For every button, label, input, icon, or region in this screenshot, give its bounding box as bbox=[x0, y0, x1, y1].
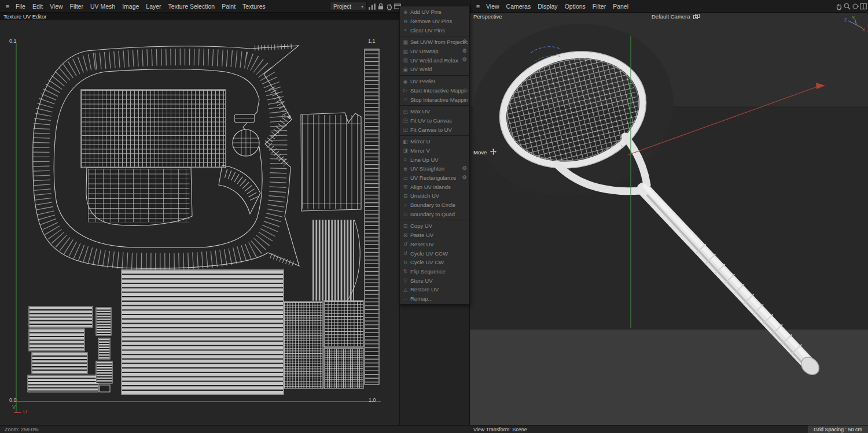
menu-item-label: Boundary to Circle bbox=[409, 202, 455, 208]
uv-island-checker-cluster[interactable] bbox=[284, 301, 363, 388]
uv-menu-item-add-uv-pins[interactable]: ⊕Add UV Pins bbox=[400, 8, 469, 17]
menu-layer[interactable]: Layer bbox=[142, 3, 164, 10]
vp-menu-display[interactable]: Display bbox=[534, 3, 561, 10]
menu-file[interactable]: File bbox=[12, 3, 29, 10]
gear-icon[interactable]: ⚙ bbox=[462, 165, 467, 171]
vp-menu-panel[interactable]: Panel bbox=[609, 3, 632, 10]
uv-menu-item-remap[interactable]: …Remap... bbox=[400, 294, 469, 304]
remap-icon: … bbox=[402, 295, 409, 301]
uv-menu-item-uv-unwrap[interactable]: ▤UV Unwrap⚙ bbox=[400, 47, 469, 56]
menu-item-label: UV Straighten bbox=[409, 165, 444, 172]
menu-item-label: Unstitch UV bbox=[409, 193, 439, 199]
uv-menu-item-cycle-uv-cw[interactable]: ↻Cycle UV CW bbox=[400, 258, 469, 267]
menu-uv-mesh[interactable]: UV Mesh bbox=[87, 3, 119, 10]
menu-filter[interactable]: Filter bbox=[67, 3, 87, 10]
hamburger-icon[interactable]: ≡ bbox=[3, 3, 12, 10]
perspective-label[interactable]: Perspective bbox=[473, 13, 502, 20]
pan-hand-icon[interactable] bbox=[835, 2, 843, 10]
pin-remove-icon: ⊖ bbox=[402, 18, 409, 24]
uv-menu-item-align-uv-islands[interactable]: ⊞Align UV Islands bbox=[400, 182, 469, 191]
uv-island-panel[interactable] bbox=[86, 168, 192, 225]
uv-island-bar-cluster[interactable] bbox=[28, 306, 112, 392]
uv-menu-item-uv-peeler[interactable]: ◉UV Peeler bbox=[400, 77, 469, 86]
uv-menu-item-boundary-to-quad[interactable]: ◻Boundary to Quad bbox=[400, 209, 469, 219]
uv-island-circle[interactable] bbox=[233, 129, 259, 156]
uv-island-strings[interactable] bbox=[81, 90, 226, 168]
camera-toggle-icon[interactable] bbox=[693, 14, 700, 20]
gear-icon[interactable]: ⚙ bbox=[462, 47, 467, 54]
uv-menu-item-uv-weld-and-relax[interactable]: ▥UV Weld and Relax⚙ bbox=[400, 55, 469, 65]
uv-canvas[interactable] bbox=[0, 13, 399, 425]
uv-menu-item-clear-uv-pins[interactable]: ×Clear UV Pins bbox=[400, 25, 469, 35]
dolly-zoom-icon[interactable] bbox=[843, 2, 851, 10]
project-dropdown[interactable]: Project ▾ bbox=[330, 2, 367, 11]
copy-icon: ⊡ bbox=[402, 223, 409, 229]
maximize-view-icon[interactable] bbox=[859, 2, 867, 10]
stop-icon: □ bbox=[402, 97, 409, 102]
uv-menu-item-cycle-uv-ccw[interactable]: ↺Cycle UV CCW bbox=[400, 249, 469, 258]
menu-texture-selection[interactable]: Texture Selection bbox=[165, 3, 219, 10]
uv-island-wedge[interactable] bbox=[219, 165, 260, 214]
menu-image[interactable]: Image bbox=[119, 3, 142, 10]
perspective-viewport[interactable] bbox=[470, 13, 868, 425]
uv-menu-item-line-up-uv[interactable]: ≡Line Up UV bbox=[400, 155, 469, 164]
vp-menu-options[interactable]: Options bbox=[561, 3, 589, 10]
uv-menu-item-copy-uv[interactable]: ⊡Copy UV bbox=[400, 221, 469, 231]
boundary-circle-icon: ○ bbox=[402, 202, 409, 208]
orbit-rotate-icon[interactable] bbox=[851, 2, 859, 10]
pan-hand-icon[interactable] bbox=[385, 2, 393, 10]
uv-menu-item-paste-uv[interactable]: ⊠Paste UV bbox=[400, 231, 469, 240]
camera-label[interactable]: Default Camera bbox=[652, 13, 690, 20]
menu-textures[interactable]: Textures bbox=[239, 3, 269, 10]
uv-menu-item-flip-sequence[interactable]: ⇅Flip Sequence bbox=[400, 267, 469, 276]
uv-menu-item-mirror-u[interactable]: ◧Mirror U bbox=[400, 137, 469, 146]
uv-island-strip-cluster[interactable] bbox=[312, 220, 360, 301]
gear-icon[interactable]: ⚙ bbox=[462, 56, 467, 62]
menu-view[interactable]: View bbox=[46, 3, 67, 10]
histogram-icon[interactable] bbox=[368, 2, 376, 10]
uv-menu-item-boundary-to-circle[interactable]: ○Boundary to Circle bbox=[400, 201, 469, 210]
uv-menu-item-uv-straighten[interactable]: ≣UV Straighten⚙ bbox=[400, 164, 469, 173]
uv-island-frame-strip[interactable] bbox=[365, 49, 379, 384]
uv-menu-item-uv-rectangularize[interactable]: ▭UV Rectangularize⚙ bbox=[400, 173, 469, 183]
menu-paint[interactable]: Paint bbox=[218, 3, 239, 10]
uv-island-wrap-stripes[interactable] bbox=[122, 270, 284, 394]
uv-menu-item-remove-uv-pins[interactable]: ⊖Remove UV Pins bbox=[400, 17, 469, 26]
fit-canvas-icon: ◲ bbox=[402, 127, 409, 132]
uv-menu-item-stop-interactive-mapping[interactable]: □Stop Interactive Mapping bbox=[400, 95, 469, 104]
gear-icon[interactable]: ⚙ bbox=[462, 174, 467, 180]
align-islands-icon: ⊞ bbox=[402, 184, 409, 190]
menu-item-label: Remove UV Pins bbox=[409, 18, 452, 24]
u-axis-label: U bbox=[23, 409, 27, 415]
menu-edit[interactable]: Edit bbox=[29, 3, 46, 10]
uv-canvas-svg[interactable] bbox=[0, 13, 399, 425]
uv-menu-item-mirror-v[interactable]: ◨Mirror V bbox=[400, 146, 469, 156]
uv-island-small-rect[interactable] bbox=[234, 114, 255, 123]
uv-menu-item-fit-uv-to-canvas[interactable]: ◳Fit UV to Canvas bbox=[400, 116, 469, 125]
uv-menu-item-max-uv[interactable]: ◰Max UV bbox=[400, 107, 469, 116]
weld-relax-icon: ▥ bbox=[402, 57, 409, 63]
uv-editor-menubar: ≡ File Edit View Filter UV Mesh Image La… bbox=[0, 0, 269, 13]
uv-menu-item-set-uvw-from-projection[interactable]: ▦Set UVW from Projection⚙ bbox=[400, 38, 469, 47]
unstitch-icon: ⊟ bbox=[402, 193, 409, 199]
uv-menu-item-reset-uv[interactable]: ↺Reset UV bbox=[400, 240, 469, 249]
pin-add-icon: ⊕ bbox=[402, 9, 409, 15]
uv-menu-item-start-interactive-mapping[interactable]: ▷Start Interactive Mapping bbox=[400, 86, 469, 95]
gear-icon[interactable]: ⚙ bbox=[462, 38, 467, 45]
vp-menu-cameras[interactable]: Cameras bbox=[503, 3, 535, 10]
vp-menu-view[interactable]: View bbox=[483, 3, 503, 10]
zoom-status: Zoom: 259.0% bbox=[5, 427, 39, 432]
uv-menu-item-uv-weld[interactable]: ▣UV Weld bbox=[400, 65, 469, 74]
uv-menu-item-restore-uv[interactable]: △Restore UV bbox=[400, 285, 469, 294]
axis-gizmo[interactable]: Z Y X bbox=[839, 15, 866, 35]
hamburger-icon[interactable]: ≡ bbox=[473, 3, 483, 10]
lock-icon[interactable] bbox=[377, 2, 385, 10]
fit-uv-icon: ◳ bbox=[402, 117, 409, 123]
menu-item-label: Align UV Islands bbox=[409, 184, 451, 190]
uv-island-grip-panel[interactable] bbox=[301, 113, 361, 211]
menu-item-label: Start Interactive Mapping bbox=[409, 87, 468, 94]
uv-menu-item-unstitch-uv[interactable]: ⊟Unstitch UV bbox=[400, 191, 469, 201]
uv-menu-item-store-uv[interactable]: ▽Store UV bbox=[400, 276, 469, 285]
vp-menu-filter[interactable]: Filter bbox=[589, 3, 609, 10]
uv-menu-item-fit-canvas-to-uv[interactable]: ◲Fit Canvas to UV bbox=[400, 125, 469, 134]
